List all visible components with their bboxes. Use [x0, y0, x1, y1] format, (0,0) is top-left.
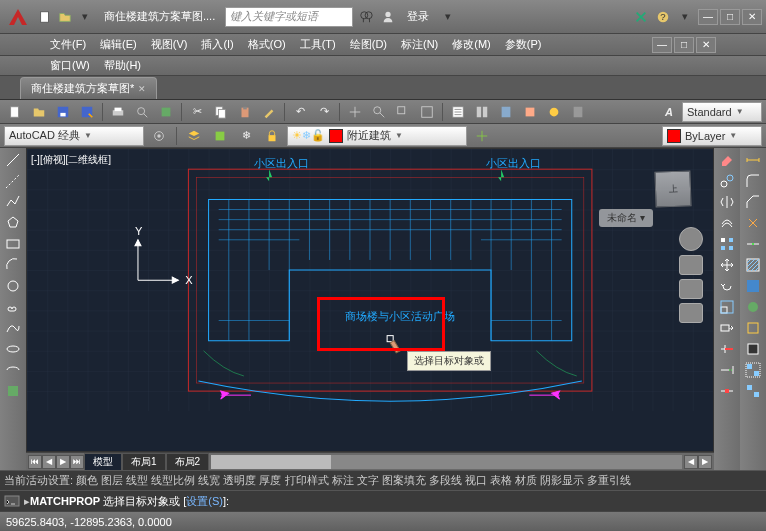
document-tab[interactable]: 商住楼建筑方案草图* ✕ [20, 77, 157, 99]
circle-icon[interactable] [2, 276, 24, 296]
tool-palette-icon[interactable] [495, 102, 517, 122]
doc-close-button[interactable]: ✕ [696, 37, 716, 53]
stretch-icon[interactable] [716, 318, 738, 338]
workspace-combo[interactable]: AutoCAD 经典▼ [4, 126, 144, 146]
horizontal-scrollbar[interactable] [211, 455, 682, 469]
ellipse-icon[interactable] [2, 339, 24, 359]
menu-file[interactable]: 文件(F) [50, 37, 86, 52]
ungroup-icon[interactable] [742, 381, 764, 401]
save-icon[interactable] [52, 102, 74, 122]
scroll-left-icon[interactable]: ◀ [684, 455, 698, 469]
text-style-combo[interactable]: Standard▼ [682, 102, 762, 122]
preview-icon[interactable] [131, 102, 153, 122]
fillet-icon[interactable] [742, 171, 764, 191]
offset-icon[interactable] [716, 213, 738, 233]
matchprop-icon[interactable] [258, 102, 280, 122]
layer-freeze-icon[interactable]: ❄ [235, 126, 257, 146]
boundary-icon[interactable] [742, 318, 764, 338]
layer-combo[interactable]: ☀ ❄ 🔓 附近建筑▼ [287, 126, 467, 146]
command-option-link[interactable]: 设置(S) [186, 495, 223, 507]
viewcube[interactable]: 上 [641, 157, 705, 221]
doc-maximize-button[interactable]: □ [674, 37, 694, 53]
menu-format[interactable]: 格式(O) [248, 37, 286, 52]
tab-first-icon[interactable]: ⏮ [28, 455, 42, 469]
quickcalc-icon[interactable] [567, 102, 589, 122]
scroll-right-icon[interactable]: ▶ [698, 455, 712, 469]
move-icon[interactable] [716, 255, 738, 275]
help-icon[interactable]: ? [654, 8, 672, 26]
scale-icon[interactable] [716, 297, 738, 317]
line-icon[interactable] [2, 150, 24, 170]
plot-icon[interactable] [107, 102, 129, 122]
polyline-icon[interactable] [2, 192, 24, 212]
markup-icon[interactable] [543, 102, 565, 122]
copy-obj-icon[interactable] [716, 171, 738, 191]
saveas-icon[interactable] [76, 102, 98, 122]
spline-icon[interactable] [2, 318, 24, 338]
zoom-window-icon[interactable] [392, 102, 414, 122]
undo-icon[interactable]: ↶ [289, 102, 311, 122]
polygon-icon[interactable] [2, 213, 24, 233]
construction-line-icon[interactable] [2, 171, 24, 191]
rectangle-icon[interactable] [2, 234, 24, 254]
extend-icon[interactable] [716, 360, 738, 380]
maximize-button[interactable]: □ [720, 9, 740, 25]
layout-tab-1[interactable]: 布局1 [122, 453, 166, 471]
exchange-icon[interactable] [632, 8, 650, 26]
rotate-icon[interactable] [716, 276, 738, 296]
layer-properties-icon[interactable] [183, 126, 205, 146]
open-icon[interactable] [28, 102, 50, 122]
array-icon[interactable] [716, 234, 738, 254]
color-combo[interactable]: ByLayer▼ [662, 126, 762, 146]
insert-block-icon[interactable] [2, 381, 24, 401]
properties-icon[interactable] [447, 102, 469, 122]
nav-orbit-icon[interactable] [679, 303, 703, 323]
workspace-settings-icon[interactable] [148, 126, 170, 146]
drawing-viewport[interactable]: [-][俯视][二维线框] [26, 148, 714, 452]
pan-icon[interactable] [344, 102, 366, 122]
command-line[interactable]: ▸ MATCHPROP 选择目标对象或 [设置(S)]: [0, 490, 766, 511]
qat-new-icon[interactable] [36, 8, 54, 26]
menu-parametric[interactable]: 参数(P) [505, 37, 542, 52]
sheet-set-icon[interactable] [519, 102, 541, 122]
join-icon[interactable] [742, 234, 764, 254]
hatch-icon[interactable] [742, 255, 764, 275]
login-dropdown-icon[interactable]: ▾ [439, 8, 457, 26]
distance-icon[interactable] [742, 150, 764, 170]
trim-icon[interactable] [716, 339, 738, 359]
region-icon[interactable] [742, 297, 764, 317]
paste-icon[interactable] [234, 102, 256, 122]
revision-cloud-icon[interactable] [2, 297, 24, 317]
nav-pan-icon[interactable] [679, 255, 703, 275]
tab-last-icon[interactable]: ⏭ [70, 455, 84, 469]
menu-edit[interactable]: 编辑(E) [100, 37, 137, 52]
copy-icon[interactable] [210, 102, 232, 122]
arc-icon[interactable] [2, 255, 24, 275]
layout-tab-model[interactable]: 模型 [84, 453, 122, 471]
tab-close-icon[interactable]: ✕ [138, 84, 146, 94]
mirror-icon[interactable] [716, 192, 738, 212]
publish-icon[interactable] [155, 102, 177, 122]
tab-next-icon[interactable]: ▶ [56, 455, 70, 469]
group-icon[interactable] [742, 360, 764, 380]
layer-lock-icon[interactable] [261, 126, 283, 146]
erase-icon[interactable] [716, 150, 738, 170]
minimize-button[interactable]: — [698, 9, 718, 25]
redo-icon[interactable]: ↷ [313, 102, 335, 122]
gradient-icon[interactable] [742, 276, 764, 296]
break-icon[interactable] [716, 381, 738, 401]
menu-draw[interactable]: 绘图(D) [350, 37, 387, 52]
zoom-previous-icon[interactable] [416, 102, 438, 122]
ellipse-arc-icon[interactable] [2, 360, 24, 380]
menu-modify[interactable]: 修改(M) [452, 37, 491, 52]
new-icon[interactable] [4, 102, 26, 122]
menu-insert[interactable]: 插入(I) [201, 37, 233, 52]
layout-tab-2[interactable]: 布局2 [166, 453, 210, 471]
qat-open-icon[interactable] [56, 8, 74, 26]
chamfer-icon[interactable] [742, 192, 764, 212]
layer-match-icon[interactable] [471, 126, 493, 146]
menu-window[interactable]: 窗口(W) [50, 58, 90, 73]
wipeout-icon[interactable] [742, 339, 764, 359]
zoom-icon[interactable] [368, 102, 390, 122]
menu-dimension[interactable]: 标注(N) [401, 37, 438, 52]
